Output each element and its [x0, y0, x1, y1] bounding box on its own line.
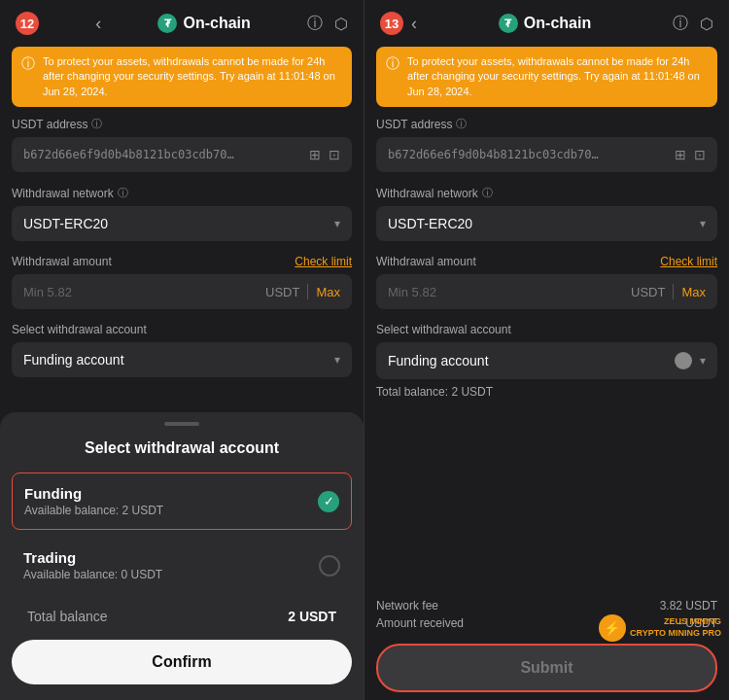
network-value-left: USDT-ERC20 — [23, 216, 108, 231]
account-value-left: Funding account — [23, 352, 124, 368]
left-header-title: ₮ On-chain — [157, 14, 250, 33]
account-item-trading[interactable]: Trading Available balance: 0 USDT — [12, 538, 352, 593]
fee-value-right: 3.82 USDT — [660, 599, 717, 612]
max-button-right[interactable]: Max — [681, 285, 706, 299]
right-header-title: ₮ On-chain — [499, 14, 591, 33]
paste-icon-right[interactable]: ⊡ — [694, 147, 706, 162]
total-balance-row-left: Total balance 2 USDT — [12, 597, 352, 632]
usdt-address-field-left[interactable]: b672d66e6f9d0b4b8121bc03cdb70427 ⊞ ⊡ — [12, 137, 352, 172]
right-panel: 13 ‹ ₮ On-chain ⓘ ⬡ ⓘ To protect your as… — [364, 0, 729, 700]
sheet-title-left: Select withdrawal account — [0, 439, 364, 457]
check-limit-right[interactable]: Check limit — [660, 255, 717, 268]
amount-placeholder-right: Min 5.82 — [388, 285, 436, 299]
right-header-icons: ⓘ ⬡ — [673, 14, 713, 34]
watermark-icon-right: ⚡ — [599, 614, 626, 642]
account-label-right: Select withdrawal account — [376, 323, 717, 336]
chevron-network-right: ▾ — [700, 217, 706, 230]
info-icon-network-left[interactable]: ⓘ — [118, 186, 128, 200]
usdt-address-value-left: b672d66e6f9d0b4b8121bc03cdb70427 — [23, 148, 237, 161]
address-actions-right: ⊞ ⊡ — [675, 147, 706, 162]
qr-icon-right[interactable]: ⊞ — [675, 147, 686, 162]
paste-icon-left[interactable]: ⊡ — [329, 147, 340, 162]
left-header: 12 ‹ ₮ On-chain ⓘ ⬡ — [0, 0, 364, 47]
info-icon-address-right[interactable]: ⓘ — [456, 117, 467, 131]
tether-icon-right: ₮ — [499, 14, 518, 33]
amount-field-left[interactable]: Min 5.82 USDT Max — [12, 274, 352, 309]
network-label-left: Withdrawal network ⓘ — [12, 186, 352, 200]
amount-placeholder-left: Min 5.82 — [23, 285, 72, 299]
fee-label-right: Network fee — [376, 599, 438, 612]
check-limit-left[interactable]: Check limit — [295, 255, 352, 268]
divider-right — [673, 284, 674, 299]
account-balance-funding: Available balance: 2 USDT — [24, 504, 163, 517]
total-value-left: 2 USDT — [288, 609, 336, 624]
chevron-network-left: ▾ — [334, 217, 340, 230]
chevron-account-left: ▾ — [334, 353, 340, 367]
watermark-right: ⚡ ZEUS MINING CRYPTO MINING PRO — [599, 614, 721, 642]
amount-unit-right: USDT — [631, 285, 665, 299]
usdt-address-value-right: b672d66e6f9d0b4b8121bc03cdb70427 — [388, 148, 602, 161]
qr-icon-left[interactable]: ⊞ — [309, 147, 321, 162]
amount-field-right[interactable]: Min 5.82 USDT Max — [376, 274, 717, 309]
chevron-account-right: ▾ — [700, 354, 706, 368]
network-select-left[interactable]: USDT-ERC20 ▾ — [12, 206, 352, 241]
warning-banner-left: ⓘ To protect your assets, withdrawals ca… — [12, 47, 352, 107]
step-badge-left: 12 — [16, 12, 39, 35]
submit-button-right[interactable]: Submit — [376, 644, 717, 692]
total-balance-info-right: Total balance: 2 USDT — [376, 385, 717, 399]
network-label-right: Withdrawal network ⓘ — [376, 186, 717, 200]
account-balance-trading: Available balance: 0 USDT — [23, 568, 162, 581]
info-icon-network-right[interactable]: ⓘ — [482, 186, 493, 200]
right-form-area: USDT address ⓘ b672d66e6f9d0b4b8121bc03c… — [364, 117, 729, 599]
tether-icon-left: ₮ — [157, 14, 177, 33]
usdt-address-label-left: USDT address ⓘ — [12, 117, 352, 131]
divider-left — [307, 284, 308, 299]
amount-unit-left: USDT — [265, 285, 299, 299]
history-icon-left[interactable]: ⬡ — [334, 15, 348, 33]
received-label-right: Amount received — [376, 616, 464, 630]
step-badge-right: 13 — [380, 12, 403, 35]
amount-right-right: USDT Max — [631, 284, 706, 299]
history-icon-right[interactable]: ⬡ — [700, 15, 713, 33]
account-info-funding: Funding Available balance: 2 USDT — [24, 485, 163, 517]
account-select-right[interactable]: Funding account ▾ — [376, 342, 717, 379]
left-panel: 12 ‹ ₮ On-chain ⓘ ⬡ ⓘ To protect your as… — [0, 0, 364, 700]
account-info-trading: Trading Available balance: 0 USDT — [23, 549, 162, 581]
right-header: 13 ‹ ₮ On-chain ⓘ ⬡ — [364, 0, 729, 47]
info-icon-address-left[interactable]: ⓘ — [91, 117, 102, 131]
radio-trading — [319, 555, 340, 577]
radio-funding: ✓ — [318, 491, 339, 512]
warning-icon-right: ⓘ — [386, 55, 399, 73]
address-actions-left: ⊞ ⊡ — [309, 147, 340, 162]
total-label-left: Total balance — [27, 609, 108, 624]
back-button-right[interactable]: ‹ — [411, 14, 417, 34]
watermark-text-right: ZEUS MINING CRYPTO MINING PRO — [630, 616, 721, 639]
warning-icon-left: ⓘ — [21, 55, 35, 73]
left-header-icons: ⓘ ⬡ — [307, 14, 348, 34]
confirm-button-left[interactable]: Confirm — [12, 640, 352, 684]
account-select-left[interactable]: Funding account ▾ — [12, 342, 352, 377]
max-button-left[interactable]: Max — [316, 285, 340, 299]
help-icon-right[interactable]: ⓘ — [673, 14, 688, 34]
back-button-left[interactable]: ‹ — [95, 14, 101, 34]
account-name-trading: Trading — [23, 549, 162, 566]
sheet-handle-left — [164, 422, 199, 426]
usdt-address-label-right: USDT address ⓘ — [376, 117, 717, 131]
bottom-sheet-left: Select withdrawal account Funding Availa… — [0, 412, 364, 700]
amount-label-right: Withdrawal amount — [376, 255, 476, 268]
warning-text-right: To protect your assets, withdrawals cann… — [407, 54, 708, 99]
usdt-address-field-right[interactable]: b672d66e6f9d0b4b8121bc03cdb70427 ⊞ ⊡ — [376, 137, 717, 172]
loading-spinner-right — [675, 352, 692, 369]
amount-right-left: USDT Max — [265, 284, 340, 299]
amount-header-right: Withdrawal amount Check limit — [376, 255, 717, 268]
amount-header-left: Withdrawal amount Check limit — [12, 255, 352, 268]
warning-banner-right: ⓘ To protect your assets, withdrawals ca… — [376, 47, 717, 107]
network-select-right[interactable]: USDT-ERC20 ▾ — [376, 206, 717, 241]
account-item-funding[interactable]: Funding Available balance: 2 USDT ✓ — [12, 472, 352, 530]
warning-text-left: To protect your assets, withdrawals cann… — [43, 54, 342, 99]
account-value-right: Funding account — [388, 353, 489, 368]
network-value-right: USDT-ERC20 — [388, 216, 472, 231]
account-label-left: Select withdrawal account — [12, 323, 352, 336]
account-name-funding: Funding — [24, 485, 163, 502]
help-icon-left[interactable]: ⓘ — [307, 14, 323, 34]
